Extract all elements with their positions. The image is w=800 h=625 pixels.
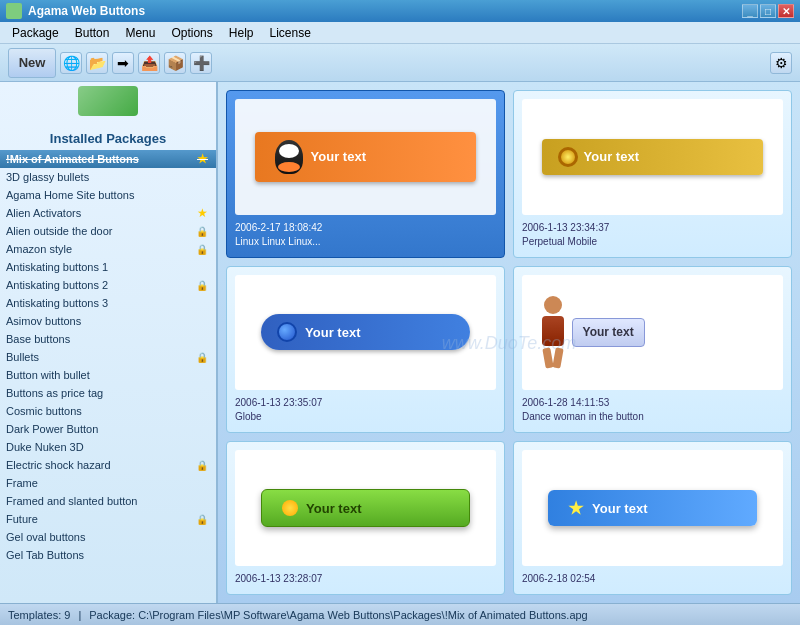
package-name-22: Gel Tab Buttons (6, 549, 84, 561)
package-name-4: Alien outside the door (6, 225, 112, 237)
button-preview-5: Your text (522, 450, 783, 566)
button-card-3[interactable]: Your text 2006-1-28 14:11:53 Dance woman… (513, 266, 792, 434)
package-name-7: Antiskating buttons 2 (6, 279, 108, 291)
package-icon-button[interactable]: 📦 (164, 52, 186, 74)
app-title: Agama Web Buttons (28, 4, 145, 18)
sidebar-logo (0, 82, 216, 123)
package-item-1[interactable]: 3D glassy bullets (0, 168, 216, 186)
menu-bar: Package Button Menu Options Help License (0, 22, 800, 44)
package-item-11[interactable]: Bullets 🔒 (0, 348, 216, 366)
package-name-0: !Mix of Animated Buttons (6, 153, 139, 165)
dance-woman-btn: Your text (572, 318, 645, 346)
package-name-10: Base buttons (6, 333, 70, 345)
new-label: New (19, 55, 46, 70)
package-item-10[interactable]: Base buttons (0, 330, 216, 348)
menu-button[interactable]: Button (67, 24, 118, 42)
package-item-8[interactable]: Antiskating buttons 3 (0, 294, 216, 312)
sidebar: Installed Packages !Mix of Animated Butt… (0, 82, 218, 603)
package-item-19[interactable]: Framed and slanted button (0, 492, 216, 510)
maximize-button[interactable]: □ (760, 4, 776, 18)
button-preview-4: Your text (235, 450, 496, 566)
button-info-2: 2006-1-13 23:35:07 Globe (235, 396, 496, 424)
button-date-5: 2006-2-18 02:54 (522, 572, 783, 586)
button-name-1: Perpetual Mobile (522, 235, 783, 249)
menu-menu[interactable]: Menu (117, 24, 163, 42)
package-item-5[interactable]: Amazon style 🔒 (0, 240, 216, 258)
button-name-3: Dance woman in the button (522, 410, 783, 424)
button-card-1[interactable]: Your text 2006-1-13 23:34:37 Perpetual M… (513, 90, 792, 258)
preview-globe-btn: Your text (261, 314, 470, 350)
lock-icon-7: 🔒 (196, 280, 208, 291)
window-controls: _ □ ✕ (742, 4, 794, 18)
close-button[interactable]: ✕ (778, 4, 794, 18)
menu-license[interactable]: License (261, 24, 318, 42)
content-wrapper: New 🌐 📂 ➡ 📤 📦 ➕ ⚙ Installed Packages !Mi… (0, 44, 800, 625)
package-name-5: Amazon style (6, 243, 72, 255)
browse-icon-button[interactable]: 🌐 (60, 52, 82, 74)
status-bar: Templates: 9 | Package: C:\Program Files… (0, 603, 800, 625)
content-area: www.DuoTe.com Your text 2006-2-17 18:08:… (218, 82, 800, 603)
package-item-17[interactable]: Electric shock hazard 🔒 (0, 456, 216, 474)
globe-icon (277, 322, 297, 342)
package-item-14[interactable]: Cosmic buttons (0, 402, 216, 420)
settings-icon-button[interactable]: ⚙ (770, 52, 792, 74)
package-name-6: Antiskating buttons 1 (6, 261, 108, 273)
button-date-3: 2006-1-28 14:11:53 (522, 396, 783, 410)
package-item-16[interactable]: Duke Nuken 3D (0, 438, 216, 456)
package-item-20[interactable]: Future 🔒 (0, 510, 216, 528)
button-card-4[interactable]: Your text 2006-1-13 23:28:07 (226, 441, 505, 595)
preview-yellow-btn: Your text (542, 139, 764, 175)
package-name-14: Cosmic buttons (6, 405, 82, 417)
package-item-2[interactable]: Agama Home Site buttons (0, 186, 216, 204)
package-name-9: Asimov buttons (6, 315, 81, 327)
star-icon-0: ★ (197, 152, 208, 166)
green-btn-text: Your text (306, 501, 361, 516)
package-name-15: Dark Power Button (6, 423, 98, 435)
package-name-8: Antiskating buttons 3 (6, 297, 108, 309)
minimize-button[interactable]: _ (742, 4, 758, 18)
logo-image (78, 86, 138, 116)
button-info-5: 2006-2-18 02:54 (522, 572, 783, 586)
button-card-2[interactable]: Your text 2006-1-13 23:35:07 Globe (226, 266, 505, 434)
package-item-22[interactable]: Gel Tab Buttons (0, 546, 216, 564)
package-item-9[interactable]: Asimov buttons (0, 312, 216, 330)
button-name-0: Linux Linux Linux... (235, 235, 496, 249)
blue-btn-text: Your text (592, 501, 647, 516)
menu-package[interactable]: Package (4, 24, 67, 42)
button-preview-1: Your text (522, 99, 783, 215)
arrow-icon-button[interactable]: ➡ (112, 52, 134, 74)
preview-blue-btn: Your text (548, 490, 757, 526)
button-card-5[interactable]: Your text 2006-2-18 02:54 (513, 441, 792, 595)
add-icon-button[interactable]: ➕ (190, 52, 212, 74)
package-name-16: Duke Nuken 3D (6, 441, 84, 453)
package-item-13[interactable]: Buttons as price tag (0, 384, 216, 402)
menu-help[interactable]: Help (221, 24, 262, 42)
package-item-7[interactable]: Antiskating buttons 2 🔒 (0, 276, 216, 294)
orange-btn-text: Your text (311, 149, 366, 164)
package-name-2: Agama Home Site buttons (6, 189, 134, 201)
toolbar: New 🌐 📂 ➡ 📤 📦 ➕ ⚙ (0, 44, 800, 82)
package-item-12[interactable]: Button with bullet (0, 366, 216, 384)
button-date-1: 2006-1-13 23:34:37 (522, 221, 783, 235)
package-item-6[interactable]: Antiskating buttons 1 (0, 258, 216, 276)
button-info-3: 2006-1-28 14:11:53 Dance woman in the bu… (522, 396, 783, 424)
button-preview-3: Your text (522, 275, 783, 391)
button-card-0[interactable]: Your text 2006-2-17 18:08:42 Linux Linux… (226, 90, 505, 258)
star-icon-3: ★ (197, 206, 208, 220)
package-item-4[interactable]: Alien outside the door 🔒 (0, 222, 216, 240)
preview-orange-btn: Your text (255, 132, 477, 182)
package-item-3[interactable]: Alien Activators ★ (0, 204, 216, 222)
package-item-18[interactable]: Frame (0, 474, 216, 492)
sidebar-header: Installed Packages (0, 123, 216, 150)
package-item-0[interactable]: !Mix of Animated Buttons ★ (0, 150, 216, 168)
package-name-11: Bullets (6, 351, 39, 363)
button-info-1: 2006-1-13 23:34:37 Perpetual Mobile (522, 221, 783, 249)
menu-options[interactable]: Options (163, 24, 220, 42)
button-info-0: 2006-2-17 18:08:42 Linux Linux Linux... (235, 221, 496, 249)
package-name-21: Gel oval buttons (6, 531, 86, 543)
export-icon-button[interactable]: 📤 (138, 52, 160, 74)
new-button[interactable]: New (8, 48, 56, 78)
package-item-21[interactable]: Gel oval buttons (0, 528, 216, 546)
folder-icon-button[interactable]: 📂 (86, 52, 108, 74)
package-item-15[interactable]: Dark Power Button (0, 420, 216, 438)
